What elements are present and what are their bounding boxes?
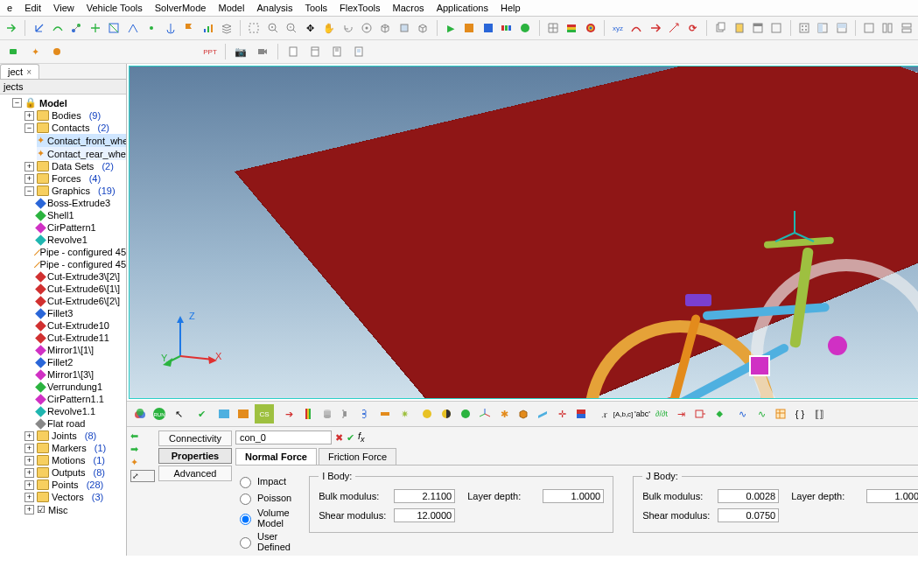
menu-vehicle-tools[interactable]: Vehicle Tools (87, 3, 143, 13)
menu-solver-mode[interactable]: SolverMode (155, 3, 207, 13)
ppt-icon[interactable]: PPT (200, 42, 220, 61)
menu-view[interactable]: View (53, 3, 74, 13)
cube-icon[interactable] (377, 18, 393, 38)
tree-points[interactable]: +Points (28) (25, 479, 126, 491)
tree-vectors[interactable]: +Vectors (3) (25, 491, 126, 503)
frame-icon[interactable] (106, 18, 122, 38)
tree-graphic-item[interactable]: CirPattern1 (37, 221, 126, 234)
tree-graphic-item[interactable]: Verrundung1 (37, 381, 126, 393)
rgb-sphere-icon[interactable] (132, 406, 148, 422)
menu-applications[interactable]: Applications (437, 3, 488, 13)
out-box-icon[interactable] (692, 406, 708, 422)
tool-b-icon[interactable] (480, 18, 495, 38)
project-tab[interactable]: ject× (0, 64, 39, 79)
abc-icon[interactable]: 'abc' (634, 406, 650, 422)
camera-icon[interactable]: 📷 (231, 42, 250, 61)
cs-icon[interactable]: CS (255, 404, 274, 424)
tree-graphic-item[interactable]: Pipe - configured 45 (37, 246, 126, 258)
expand-icon[interactable]: ⤢ (130, 470, 155, 482)
iso-view-icon[interactable] (415, 18, 431, 38)
color-band-icon[interactable] (564, 18, 579, 38)
layout3-icon[interactable] (899, 18, 914, 38)
tree-graphic-item[interactable]: Cut-Extrude6\[2\] (37, 295, 126, 307)
panel-b-icon[interactable] (833, 18, 849, 38)
point-icon[interactable] (144, 18, 159, 38)
tree-graphic-item[interactable]: Cut-Extrude11 (37, 332, 126, 344)
node-icon[interactable] (68, 18, 84, 38)
tree-graphic-item[interactable]: CirPattern1.1 (37, 393, 126, 405)
star-nav-icon[interactable]: ✦ (130, 457, 155, 468)
deriv-icon[interactable]: ∂/∂t (654, 406, 669, 422)
tree-graphic-item[interactable]: Shell1 (37, 209, 126, 221)
tree-joints[interactable]: +Joints (8) (25, 430, 126, 442)
radio-volume[interactable]: Volume Model (235, 508, 291, 528)
check-icon[interactable]: ✔ (193, 406, 209, 422)
spring-icon[interactable] (339, 406, 354, 422)
menu-file[interactable]: e (7, 3, 12, 13)
tree-graphic-item[interactable]: Revolve1.1 (37, 405, 126, 417)
jbody-bulk-input[interactable] (718, 489, 779, 503)
sphere-green-icon[interactable] (517, 18, 533, 38)
tree-contacts[interactable]: −Contacts (2) (25, 122, 126, 134)
layout1-icon[interactable] (861, 18, 877, 38)
layout2-icon[interactable] (879, 18, 895, 38)
rotate-icon[interactable] (340, 18, 355, 38)
tree-graphic-item[interactable]: Cut-Extrude10 (37, 319, 126, 332)
front-view-icon[interactable] (396, 18, 412, 38)
plane-icon[interactable] (535, 406, 550, 422)
tree-graphic-item[interactable]: Pipe - configured 45 (37, 258, 126, 270)
section-connectivity[interactable]: Connectivity (158, 430, 232, 446)
tree-graphic-item[interactable]: Fillet3 (37, 307, 126, 319)
viewport-3d[interactable]: D:/PROJECT/project_tail_loader/.Report/N… (129, 66, 918, 399)
man-icon[interactable]: ✱ (496, 406, 512, 422)
diamond-cyan-icon[interactable] (135, 42, 154, 61)
green-sphere-icon[interactable] (458, 406, 473, 422)
section-properties[interactable]: Properties (158, 448, 232, 464)
radio-user[interactable]: User Defined (235, 531, 291, 552)
menu-help[interactable]: Help (501, 3, 521, 13)
tab-friction-force[interactable]: Friction Force (319, 448, 396, 465)
menu-model[interactable]: Model (218, 3, 244, 13)
zoom-in-icon[interactable] (265, 18, 281, 38)
menu-analysis[interactable]: Analysis (256, 3, 292, 13)
yellow-sphere-icon[interactable] (419, 406, 435, 422)
page1-icon[interactable] (284, 42, 303, 61)
entity-name-input[interactable] (235, 430, 332, 444)
menu-tools[interactable]: Tools (305, 3, 327, 13)
tree-outputs[interactable]: +Outputs (8) (25, 466, 126, 479)
video-icon[interactable] (253, 42, 272, 61)
tree-graphic-item[interactable]: Flat road (37, 417, 126, 430)
grid-icon[interactable] (545, 18, 561, 38)
wave1-icon[interactable]: ∿ (734, 406, 750, 422)
u-shape-icon[interactable]: ⟳ (685, 18, 701, 38)
anchor-icon[interactable] (162, 18, 178, 38)
tree-motions[interactable]: +Motions (1) (25, 454, 126, 466)
panel-dots-icon[interactable] (795, 18, 811, 38)
table-icon[interactable] (773, 406, 788, 422)
box3d-icon[interactable] (515, 406, 531, 422)
spark-icon[interactable]: ✷ (396, 406, 412, 422)
window1-icon[interactable] (750, 18, 766, 38)
radio-poisson[interactable]: Poisson (235, 491, 291, 505)
diamond-red-icon[interactable] (113, 42, 132, 61)
nav-back-icon[interactable]: ⬅ (130, 430, 155, 442)
cross-icon[interactable] (88, 18, 103, 38)
pan-icon[interactable]: ✥ (302, 18, 318, 38)
menu-flextools[interactable]: FlexTools (340, 3, 380, 13)
close-icon[interactable]: × (26, 67, 32, 77)
palette-icon[interactable] (499, 18, 515, 38)
triad2-icon[interactable] (477, 406, 493, 422)
sphere-orange-icon[interactable] (47, 42, 67, 61)
half-sphere-icon[interactable] (438, 406, 454, 422)
run-icon[interactable]: RUN (151, 406, 167, 422)
tree-datasets[interactable]: +Data Sets (2) (25, 160, 126, 172)
radio-impact[interactable]: Impact (235, 474, 291, 488)
hand-icon[interactable]: ✋ (321, 18, 337, 38)
red-curve-icon[interactable] (628, 18, 644, 38)
brackets-icon[interactable]: [A,b,c] (615, 406, 631, 422)
tool-a-icon[interactable] (461, 18, 477, 38)
arrow-red-icon[interactable] (648, 18, 663, 38)
menu-edit[interactable]: Edit (25, 3, 41, 13)
ibody-bulk-input[interactable] (394, 489, 455, 503)
gradient-icon[interactable] (573, 406, 589, 422)
